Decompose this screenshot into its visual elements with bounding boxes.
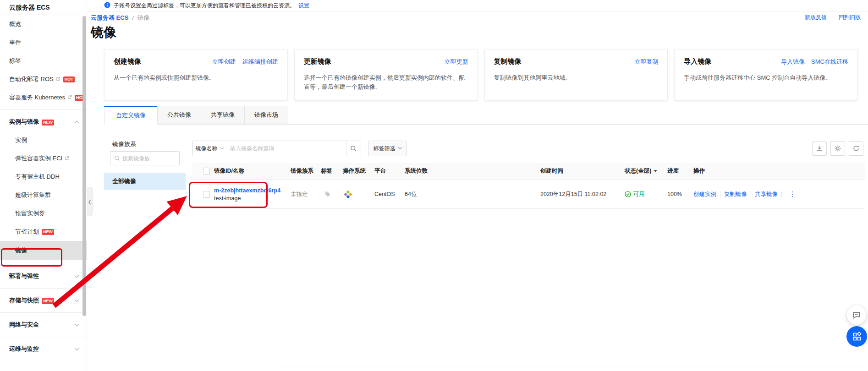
create-instance-action[interactable]: 创建实例 <box>693 191 716 198</box>
new-badge: NEW <box>42 229 54 235</box>
row-checkbox[interactable] <box>203 191 210 198</box>
image-search-box <box>225 141 346 156</box>
image-name: test-image <box>214 195 241 202</box>
chevron-down-icon <box>75 273 79 278</box>
sidebar-title: 云服务器 ECS <box>0 0 87 15</box>
sidebar-group-deploy-elasticity[interactable]: 部署与弹性 <box>0 267 87 285</box>
tag-filter-button[interactable]: 标签筛选 <box>368 141 407 156</box>
smc-migration-link[interactable]: SMC在线迁移 <box>811 58 848 66</box>
family-search-box <box>110 151 180 165</box>
tab-image-marketplace[interactable]: 镜像市场 <box>244 106 288 124</box>
table-header: 镜像ID/名称 镜像族系 标签 操作系统 平台 系统位数 创建时间 状态(全部)… <box>192 163 865 180</box>
breadcrumb-separator: / <box>132 15 134 22</box>
export-button[interactable] <box>812 141 827 156</box>
sidebar-item-tags[interactable]: 标签 <box>0 52 87 70</box>
oos-create-link[interactable]: 运维编排创建 <box>242 58 278 66</box>
sidebar-group-network-security[interactable]: 网络与安全 <box>0 316 87 334</box>
sidebar-group-storage-snapshots[interactable]: 存储与快照NEW <box>0 291 87 310</box>
refresh-button[interactable] <box>849 141 863 156</box>
sidebar-group-instances-images[interactable]: 实例与镜像NEW <box>0 113 87 131</box>
image-family-title: 镜像族系 <box>112 140 136 148</box>
card-desc: 从一个已有的实例或快照创建新镜像。 <box>114 73 278 82</box>
sidebar-collapse-handle[interactable]: ❮ <box>87 187 93 216</box>
refresh-icon <box>852 145 860 152</box>
sidebar-item-scc[interactable]: 超级计算集群 <box>0 186 87 204</box>
sidebar-item-events[interactable]: 事件 <box>0 33 87 52</box>
share-image-action[interactable]: 共享镜像 <box>755 191 778 198</box>
card-title: 更新镜像 <box>304 57 331 66</box>
col-status-filter[interactable]: 状态(全部) <box>625 163 657 180</box>
copy-now-link[interactable]: 立即复制 <box>634 58 658 66</box>
status-text: 可用 <box>633 191 645 198</box>
apps-panel-button[interactable] <box>846 326 867 347</box>
divider <box>781 191 782 197</box>
info-icon <box>104 2 110 10</box>
apps-grid-icon <box>852 332 862 342</box>
os-cell <box>344 180 352 208</box>
image-id-link[interactable]: m-2zebjhttaexmzbci6rp4 <box>214 187 280 194</box>
actions-cell: 创建实例 复制镜像 共享镜像 ⋮ <box>693 180 796 208</box>
sidebar-item-ddh[interactable]: 专有宿主机 DDH <box>0 168 87 186</box>
divider <box>0 264 87 264</box>
chevron-up-icon <box>75 120 79 125</box>
sidebar-item-savings-plan[interactable]: 节省计划 NEW <box>0 223 87 241</box>
breadcrumb: 云服务器 ECS / 镜像 <box>91 14 149 22</box>
search-field-selector[interactable]: 镜像名称 <box>192 141 226 156</box>
sidebar-item-ros[interactable]: 自动化部署 ROS HOT <box>0 70 87 88</box>
notice-text: 子账号设置全局过滤标签，可以更加方便的查看和管理已被授权的云资源。 <box>114 2 295 10</box>
external-link-icon <box>65 149 69 168</box>
sidebar-group-ops-monitoring[interactable]: 运维与监控 <box>0 340 87 358</box>
chevron-down-icon <box>75 346 79 350</box>
divider <box>0 288 87 289</box>
tab-shared-images[interactable]: 共享镜像 <box>201 106 245 124</box>
family-item-all-images[interactable]: 全部镜像 <box>104 173 186 190</box>
col-os: 操作系统 <box>343 163 366 180</box>
sidebar-item-instances[interactable]: 实例 <box>0 131 87 149</box>
update-now-link[interactable]: 立即更新 <box>445 58 468 66</box>
create-now-link[interactable]: 立即创建 <box>212 58 236 66</box>
feedback-chat-button[interactable] <box>847 306 866 325</box>
col-progress: 进度 <box>667 163 679 180</box>
family-cell: 未指定 <box>291 180 308 208</box>
sidebar-item-eci[interactable]: 弹性容器实例 ECI <box>0 149 87 168</box>
download-icon <box>816 145 823 152</box>
sidebar-item-images[interactable]: 镜像 <box>0 241 87 260</box>
tab-public-images[interactable]: 公共镜像 <box>157 106 201 124</box>
col-bits: 系统位数 <box>405 163 428 180</box>
search-icon <box>114 155 120 161</box>
progress-cell: 100% <box>667 180 682 208</box>
created-cell: 2020年12月15日 11:02:02 <box>540 180 606 208</box>
settings-button[interactable] <box>830 141 845 156</box>
table-footer-divider <box>280 367 866 367</box>
new-badge: NEW <box>42 298 54 304</box>
chevron-down-icon <box>75 297 79 302</box>
hot-badge: HOT <box>63 76 75 82</box>
tab-custom-images[interactable]: 自定义镜像 <box>104 106 158 125</box>
bits-cell: 64位 <box>405 180 417 208</box>
family-search-input[interactable] <box>122 155 173 162</box>
ecs-console-screen: 云服务器 ECS 概览 事件 标签 自动化部署 ROS HOT 容器服务 Kub… <box>0 0 868 371</box>
action-cards: 创建镜像 立即创建 运维编排创建 从一个已有的实例或快照创建新镜像。 更新镜像 … <box>104 49 858 101</box>
sidebar-scrollbar[interactable] <box>82 16 86 316</box>
image-search-input[interactable] <box>230 141 341 156</box>
tags-cell[interactable] <box>324 180 331 208</box>
breadcrumb-root-link[interactable]: 云服务器 ECS <box>91 14 128 22</box>
import-image-link[interactable]: 导入镜像 <box>781 58 805 66</box>
copy-image-action[interactable]: 复制镜像 <box>724 191 747 198</box>
notice-settings-link[interactable]: 设置 <box>298 2 309 10</box>
sidebar-item-overview[interactable]: 概览 <box>0 15 87 33</box>
external-link-icon <box>56 70 60 88</box>
col-created: 创建时间 <box>540 163 563 180</box>
divider <box>0 109 87 110</box>
sidebar-item-kubernetes[interactable]: 容器服务 Kubernetes HOT <box>0 88 87 107</box>
image-id-name-cell: m-2zebjhttaexmzbci6rp4 test-image <box>214 180 280 208</box>
new-version-feedback-link[interactable]: 新版反馈 <box>805 14 827 22</box>
col-tags: 标签 <box>321 163 332 180</box>
select-all-checkbox[interactable] <box>203 168 210 175</box>
card-title: 创建镜像 <box>114 57 141 66</box>
sidebar-item-reserved-instances[interactable]: 预留实例券 <box>0 204 87 223</box>
search-button[interactable] <box>346 141 361 156</box>
back-to-old-version-link[interactable]: 回到旧版 <box>839 14 861 22</box>
more-actions-icon[interactable]: ⋮ <box>789 190 796 198</box>
chevron-down-icon <box>75 322 79 326</box>
